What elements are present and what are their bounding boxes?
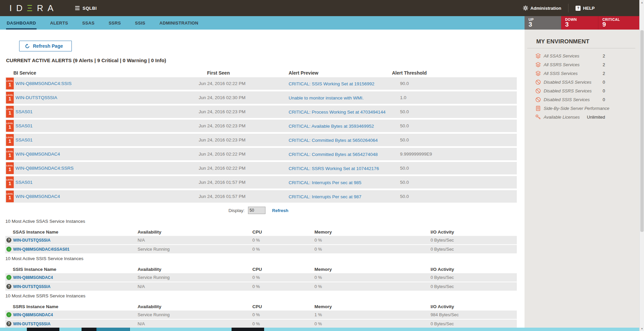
bi-service-link[interactable]: WIN-Q88MSGNDAC4:SSRS	[15, 166, 73, 171]
logo-text-2: RA	[37, 3, 58, 13]
instance-link[interactable]: WIN-DUTSTQS5SIA	[13, 284, 50, 289]
alert-preview-link[interactable]: CRITICAL: Interrupts Per sec at 987	[289, 194, 361, 199]
scroll-up-icon[interactable]: ▲	[640, 0, 644, 5]
level-1-badge: LEVEL1	[6, 78, 14, 89]
env-item-label: Side-By-Side Server Performance	[544, 106, 609, 111]
display-label: Display:	[229, 208, 245, 213]
bi-service-link[interactable]: WIN-Q88MSGNDAC4:SSIS	[15, 81, 71, 86]
alert-threshold-value: 50.0	[392, 123, 517, 128]
env-item-label: Available Licenses	[544, 115, 585, 120]
alert-preview-link[interactable]: CRITICAL: Committed Bytes at 5650264064	[289, 138, 378, 143]
tile-value: 9	[602, 22, 639, 28]
first-seen-value: Jun 24, 2016 02:23 PM	[199, 137, 288, 142]
instance-row: WIN-DUTSTQS5SIA N/A 0 % 0 % 0 Bytes/Sec	[5, 282, 517, 291]
refresh-page-button[interactable]: Refresh Page	[19, 41, 72, 51]
alert-preview-link[interactable]: Unable to monitor instance with WMI.	[289, 95, 364, 100]
status-tile-critical[interactable]: CRITICAL 9	[598, 16, 639, 30]
alert-threshold-value: 90.0	[392, 81, 517, 86]
col-io-activity: I/O Activity	[431, 267, 517, 272]
topbar-divider	[568, 4, 568, 12]
bi-service-link[interactable]: SSAS01	[15, 137, 33, 142]
alert-preview-link[interactable]: CRITICAL: Process Working Set at 4703494…	[289, 110, 386, 115]
tab-ssis[interactable]: SSIS	[134, 16, 146, 30]
status-tile-down[interactable]: DOWN 3	[561, 16, 598, 30]
display-count-input[interactable]	[248, 207, 265, 214]
instance-link[interactable]: WIN-DUTSTQS5SIA	[13, 322, 50, 326]
tab-administration[interactable]: ADMINISTRATION	[159, 16, 199, 30]
administration-link[interactable]: Administration	[531, 6, 561, 11]
refresh-link[interactable]: Refresh	[272, 208, 288, 213]
alert-preview-link[interactable]: CRITICAL: Available Bytes at 3593469952	[289, 124, 374, 129]
instance-link[interactable]: WIN-DUTSTQS5SIA	[13, 238, 50, 243]
alert-threshold-value: 50.0	[392, 194, 517, 199]
alert-preview-link[interactable]: CRITICAL: Committed Bytes at 5654274048	[289, 152, 378, 157]
col-bi-service: BI Service	[5, 70, 199, 76]
instance-link[interactable]: WIN-Q88MSGNDAC4	[13, 275, 53, 280]
ssas-instances-title: 10 Most Active SSAS Service Instances	[5, 219, 525, 224]
bi-service-link[interactable]: WIN-Q88MSGNDAC4	[15, 194, 60, 199]
tab-ssas[interactable]: SSAS	[82, 16, 95, 30]
alert-preview-link[interactable]: CRITICAL: SSIS Working Set at 19156992	[289, 81, 375, 86]
io-value: 0 Bytes/Sec	[431, 321, 517, 326]
status-unknown-icon	[6, 321, 11, 326]
alert-row: LEVEL1 SSAS01 Jun 24, 2016 01:57 PM CRIT…	[5, 176, 517, 189]
hamburger-menu-icon[interactable]	[75, 6, 80, 10]
col-availability: Availability	[138, 304, 252, 309]
alert-threshold-value: 9.999999999E9	[392, 152, 517, 157]
level-1-badge: LEVEL1	[6, 176, 14, 188]
product-menu[interactable]: SQLBI	[75, 6, 97, 11]
env-item-all-ssis-services[interactable]: All SSIS Services 2	[535, 69, 605, 78]
memory-value: 0 %	[314, 284, 431, 289]
col-instance-name: SSRS Instance Name	[5, 304, 138, 309]
env-item-disabled-ssas-services[interactable]: Disabled SSAS Services 0	[535, 78, 605, 86]
divider	[527, 48, 635, 48]
col-memory: Memory	[314, 267, 431, 272]
ssrs-instances-title: 10 Most Active SSRS Service Instances	[5, 293, 525, 298]
tab-alerts[interactable]: ALERTS	[49, 16, 69, 30]
status-up-icon	[6, 312, 11, 317]
col-cpu: CPU	[252, 304, 314, 309]
bi-service-link[interactable]: SSAS01	[15, 123, 33, 128]
first-seen-value: Jun 24, 2016 02:23 PM	[199, 123, 288, 128]
env-item-label: Disabled SSIS Services	[544, 97, 601, 102]
env-item-side-by-side-performance[interactable]: Side-By-Side Server Performance	[535, 104, 605, 113]
env-item-all-ssrs-services[interactable]: All SSRS Services 2	[535, 60, 605, 69]
env-item-available-licenses[interactable]: Available Licenses Unlimited	[535, 113, 605, 121]
services-icon	[535, 53, 541, 59]
bi-service-link[interactable]: WIN-DUTSTQS5SIA	[15, 95, 57, 100]
bi-service-link[interactable]: WIN-Q88MSGNDAC4	[15, 152, 60, 157]
ssrs-instances-table: SSRS Instance Name Availability CPU Memo…	[5, 302, 517, 328]
alert-preview-link[interactable]: CRITICAL: SSRS Working Set at 107442176	[289, 166, 379, 171]
env-item-disabled-ssrs-services[interactable]: Disabled SSRS Services 0	[535, 86, 605, 95]
first-seen-value: Jun 24, 2016 02:22 PM	[199, 166, 288, 171]
vertical-scrollbar[interactable]: ▲ ▼	[639, 0, 644, 331]
bi-service-link[interactable]: SSAS01	[15, 180, 33, 185]
env-item-all-ssas-services[interactable]: All SSAS Services 2	[535, 51, 605, 60]
scrollbar-thumb[interactable]	[640, 30, 644, 232]
instance-row: WIN-Q88MSGNDAC4 Service Running 0 % 1 % …	[5, 311, 517, 319]
col-availability: Availability	[138, 267, 252, 272]
tile-label: DOWN	[565, 17, 598, 22]
first-seen-value: Jun 24, 2016 01:57 PM	[199, 194, 288, 199]
env-item-disabled-ssis-services[interactable]: Disabled SSIS Services 0	[535, 95, 605, 104]
io-value: 984 Bytes/Sec	[431, 312, 517, 317]
env-item-count: 0	[603, 88, 605, 93]
first-seen-value: Jun 24, 2016 02:22 PM	[199, 152, 288, 157]
first-seen-value: Jun 24, 2016 02:23 PM	[199, 109, 288, 114]
availability-value: Service Running	[138, 275, 252, 280]
instance-link[interactable]: WIN-Q88MSGNDAC4	[13, 313, 53, 317]
availability-value: N/A	[138, 321, 252, 326]
cpu-value: 0 %	[252, 238, 314, 243]
status-tile-up[interactable]: UP 3	[525, 16, 561, 30]
col-instance-name: SSIS Instance Name	[5, 267, 138, 272]
cpu-value: 0 %	[252, 275, 314, 280]
tab-ssrs[interactable]: SSRS	[108, 16, 122, 30]
alert-preview-link[interactable]: CRITICAL: Interrupts Per sec at 985	[289, 180, 361, 185]
scroll-down-icon[interactable]: ▼	[640, 326, 644, 331]
instance-link[interactable]: WIN-Q88MSGNDAC4\SSAS01	[13, 247, 69, 252]
alert-row: LEVEL1 SSAS01 Jun 24, 2016 02:23 PM CRIT…	[5, 106, 517, 118]
help-link[interactable]: HELP	[583, 6, 595, 11]
tab-dashboard[interactable]: DASHBOARD	[6, 16, 37, 30]
level-1-badge: LEVEL1	[6, 120, 14, 132]
bi-service-link[interactable]: SSAS01	[15, 109, 33, 114]
